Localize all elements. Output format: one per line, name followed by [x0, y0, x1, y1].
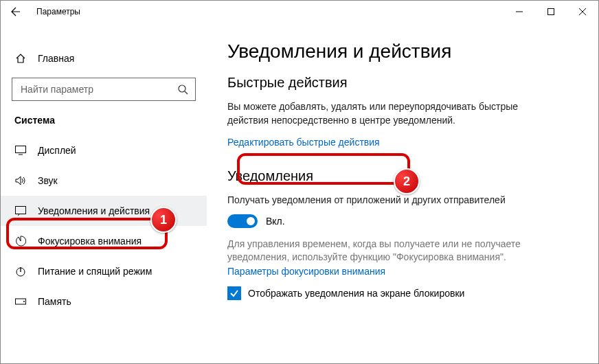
back-arrow-icon [10, 6, 21, 17]
sound-icon [14, 176, 27, 185]
minimize-button[interactable] [504, 1, 535, 23]
sidebar-item-label: Уведомления и действия [38, 205, 150, 216]
search-input[interactable] [12, 78, 196, 101]
sidebar-section-title: Система [1, 115, 207, 135]
sidebar-item-label: Память [38, 296, 71, 307]
notifications-toggle-row: Вкл. [227, 214, 578, 228]
sidebar-item-display[interactable]: Дисплей [1, 135, 207, 166]
maximize-icon [547, 8, 554, 15]
focus-assist-link[interactable]: Параметры фокусировки внимания [227, 266, 385, 277]
quick-actions-description: Вы можете добавлять, удалять или переупо… [227, 100, 550, 127]
sidebar-item-notifications[interactable]: Уведомления и действия [1, 196, 207, 226]
page-title: Уведомления и действия [227, 41, 578, 62]
quick-actions-heading: Быстрые действия [227, 75, 578, 91]
sidebar-item-label: Фокусировка внимания [38, 236, 142, 247]
sidebar-item-power[interactable]: Питание и спящий режим [1, 256, 207, 286]
close-button[interactable] [567, 1, 598, 23]
home-label: Главная [38, 53, 74, 64]
body: Главная Система Дисплей З [1, 23, 598, 363]
lockscreen-check-row: Отображать уведомления на экране блокиро… [227, 286, 578, 300]
sidebar-item-label: Звук [38, 175, 58, 186]
svg-rect-0 [548, 9, 554, 15]
sidebar-item-focus[interactable]: Фокусировка внимания [1, 226, 207, 256]
sidebar: Главная Система Дисплей З [1, 23, 207, 363]
sidebar-item-label: Дисплей [38, 145, 76, 156]
window-title: Параметры [36, 7, 80, 16]
lockscreen-checkbox[interactable] [227, 286, 241, 300]
check-icon [229, 288, 239, 298]
home-icon [14, 53, 27, 64]
storage-icon [14, 297, 27, 306]
display-icon [14, 146, 27, 155]
svg-rect-2 [16, 146, 26, 153]
lockscreen-label: Отображать уведомления на экране блокиро… [248, 288, 464, 299]
search-icon [177, 84, 188, 95]
sidebar-item-label: Питание и спящий режим [38, 266, 152, 277]
window-controls [504, 1, 598, 23]
focus-assist-description: Для управления временем, когда вы получа… [227, 238, 550, 264]
power-icon [14, 266, 27, 277]
notifications-toggle[interactable] [227, 214, 258, 228]
close-icon [579, 8, 586, 15]
back-button[interactable] [1, 1, 31, 23]
notifications-icon [14, 206, 27, 216]
home-button[interactable]: Главная [1, 45, 207, 72]
svg-rect-3 [16, 207, 26, 214]
main-content: Уведомления и действия Быстрые действия … [207, 23, 598, 363]
get-notifications-label: Получать уведомления от приложений и дру… [227, 194, 550, 207]
titlebar: Параметры [1, 1, 598, 23]
edit-quick-actions-link[interactable]: Редактировать быстрые действия [227, 137, 380, 148]
search-field[interactable] [19, 83, 166, 95]
svg-point-1 [179, 85, 185, 92]
sidebar-item-storage[interactable]: Память [1, 286, 207, 317]
minimize-icon [516, 8, 523, 15]
settings-window: Параметры Главная [0, 0, 599, 364]
svg-point-6 [23, 301, 25, 302]
notifications-heading: Уведомления [227, 168, 578, 184]
maximize-button[interactable] [535, 1, 567, 23]
focus-icon [14, 236, 27, 247]
sidebar-item-sound[interactable]: Звук [1, 166, 207, 196]
toggle-state-label: Вкл. [266, 216, 285, 227]
